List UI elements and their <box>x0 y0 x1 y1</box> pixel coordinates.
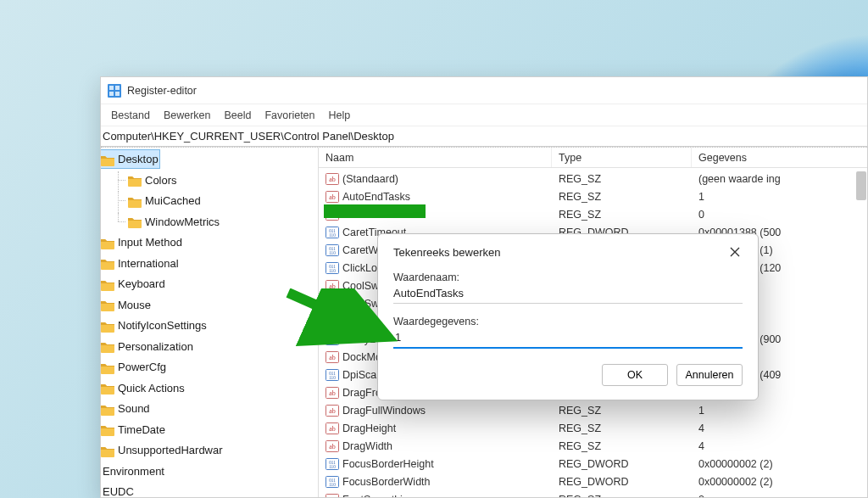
tree-label: MuiCached <box>145 192 201 210</box>
value-row[interactable]: abDragFullWindowsREG_SZ1 <box>319 401 867 419</box>
close-icon[interactable] <box>727 244 743 260</box>
value-type: REG_SZ <box>552 170 692 187</box>
string-icon: ab <box>326 386 339 400</box>
string-icon: ab <box>326 172 339 186</box>
tree-label: Quick Actions <box>118 379 185 397</box>
address-bar[interactable]: Computer\HKEY_CURRENT_USER\Control Panel… <box>101 126 867 147</box>
value-type: REG_SZ <box>552 401 692 419</box>
scrollbar-thumb[interactable] <box>856 171 866 200</box>
svg-text:110: 110 <box>329 232 336 238</box>
address-text: Computer\HKEY_CURRENT_USER\Control Panel… <box>103 130 394 143</box>
tree-node[interactable]: TimeDate <box>101 421 167 439</box>
menu-favorites[interactable]: Favorieten <box>264 109 314 121</box>
menu-bar: Bestand Bewerken Beeld Favorieten Help <box>101 104 867 126</box>
value-name: FocusBorderWidth <box>342 476 431 488</box>
cancel-button[interactable]: Annuleren <box>676 364 743 386</box>
col-type[interactable]: Type <box>552 148 692 167</box>
tree-node[interactable]: EUDC <box>101 483 136 497</box>
value-name: CoolSw <box>342 298 379 310</box>
value-row[interactable]: abAutoEndTasksREG_SZ1 <box>319 187 867 205</box>
tree-node[interactable]: Colors <box>126 171 179 189</box>
value-row[interactable]: abtResetsREG_SZ0 <box>319 205 867 223</box>
value-row[interactable]: 011110FocusBorderWidthREG_DWORD0x0000000… <box>319 473 867 490</box>
tree-label: Sound <box>118 400 150 417</box>
folder-icon <box>101 382 114 394</box>
menu-edit[interactable]: Bewerken <box>164 109 211 121</box>
menu-help[interactable]: Help <box>329 109 351 121</box>
svg-rect-3 <box>109 92 114 96</box>
svg-text:110: 110 <box>329 482 336 487</box>
value-data: 1 <box>692 187 867 205</box>
tree-node[interactable]: Personalization <box>101 338 195 355</box>
col-name[interactable]: Naam <box>319 148 552 167</box>
folder-icon <box>128 195 142 207</box>
folder-icon <box>101 423 114 435</box>
tree-node[interactable]: Keyboard <box>101 275 167 293</box>
folder-icon <box>101 154 114 165</box>
dword-icon: 011110 <box>326 457 339 471</box>
dword-icon: 011110 <box>326 243 339 257</box>
menu-file[interactable]: Bestand <box>111 109 150 121</box>
string-icon: ab <box>326 404 339 417</box>
tree-node[interactable]: Sound <box>101 400 152 417</box>
tree-node[interactable]: NotifyIconSettings <box>101 316 209 334</box>
dword-icon: 011110 <box>326 475 339 489</box>
tree-node[interactable]: Mouse <box>101 296 153 314</box>
svg-text:ab: ab <box>329 193 336 201</box>
col-data[interactable]: Gegevens <box>692 148 867 167</box>
value-type: REG_SZ <box>552 490 692 497</box>
value-name: FocusBorderHeight <box>342 458 434 470</box>
svg-text:ab: ab <box>329 389 336 397</box>
value-row[interactable]: 011110FocusBorderHeightREG_DWORD0x000000… <box>319 455 867 473</box>
string-icon: ab <box>326 350 339 364</box>
value-data: 1 <box>692 401 867 419</box>
value-name: CoolSw <box>342 280 379 292</box>
svg-rect-1 <box>109 86 114 90</box>
tree-node[interactable]: MuiCached <box>126 192 203 210</box>
tree-node[interactable]: International <box>101 255 181 272</box>
folder-icon <box>101 299 114 311</box>
tree-pane[interactable]: ⌄DesktopColorsMuiCachedWindowMetrics›Inp… <box>101 148 319 497</box>
folder-icon <box>101 403 114 415</box>
tree-node[interactable]: WindowMetrics <box>126 213 221 231</box>
value-row[interactable]: abDragHeightREG_SZ4 <box>319 419 867 437</box>
tree-label: Environment <box>103 462 164 480</box>
svg-text:ab: ab <box>329 318 336 326</box>
value-name: DelayL <box>342 333 376 345</box>
tree-label: Colors <box>145 171 177 189</box>
value-row[interactable]: abFontSmoothingREG_SZ2 <box>319 490 867 497</box>
svg-text:ab: ab <box>329 176 336 183</box>
value-data: 0x00000002 (2) <box>692 455 867 473</box>
dialog-title: Tekenreeks bewerken <box>393 246 500 259</box>
string-icon: ab <box>326 190 339 204</box>
value-name: (Standaard) <box>342 173 398 185</box>
value-name-field: AutoEndTasks <box>393 285 743 304</box>
svg-text:110: 110 <box>329 250 336 255</box>
svg-text:110: 110 <box>329 339 336 344</box>
folder-icon <box>128 174 142 186</box>
window-title: Register-editor <box>127 85 197 97</box>
dword-icon: 011110 <box>326 333 339 346</box>
tree-node[interactable]: UnsupportedHardwar <box>101 441 225 459</box>
svg-text:ab: ab <box>329 354 336 361</box>
value-name: DragWidth <box>342 440 392 452</box>
menu-view[interactable]: Beeld <box>224 109 251 121</box>
ok-button[interactable]: OK <box>602 364 668 386</box>
dword-icon: 011110 <box>326 368 339 382</box>
tree-node[interactable]: Input Method <box>101 233 184 251</box>
value-row[interactable]: abDragWidthREG_SZ4 <box>319 437 867 455</box>
tree-node[interactable]: PowerCfg <box>101 358 168 376</box>
value-data-input[interactable] <box>393 329 743 349</box>
tree-node-desktop[interactable]: Desktop <box>101 149 160 169</box>
value-data: 2 <box>692 490 867 497</box>
tree-node[interactable]: Quick Actions <box>101 379 186 397</box>
value-name: tResets <box>342 209 378 221</box>
value-type: REG_DWORD <box>552 473 692 490</box>
value-row[interactable]: ab(Standaard)REG_SZ(geen waarde ing <box>319 170 867 187</box>
tree-label: International <box>118 255 179 272</box>
value-name: DockMo <box>342 351 381 363</box>
edit-string-dialog: Tekenreeks bewerken Waardenaam: AutoEndT… <box>377 233 759 400</box>
tree-node[interactable]: Environment <box>101 462 166 480</box>
string-icon: ab <box>326 422 339 435</box>
string-icon: ab <box>326 279 339 293</box>
